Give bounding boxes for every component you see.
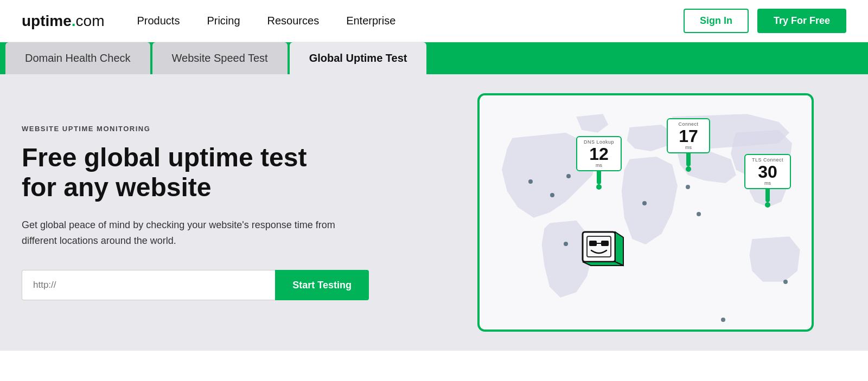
illustration-box: DNS Lookup 12 ms Connect 17 ms [477,93,814,332]
svg-rect-2 [587,236,611,257]
eyebrow-text: WEBSITE UPTIME MONITORING [22,125,391,133]
tls-badge: TLS Connect 30 ms [744,154,791,208]
dns-unit: ms [596,163,602,168]
url-input[interactable] [22,270,275,300]
tabs-section: Domain Health Check Website Speed Test G… [0,42,868,74]
main-content: WEBSITE UPTIME MONITORING Free global up… [0,74,868,351]
tls-unit: ms [764,180,771,186]
headline: Free global uptime test for any website [22,143,391,202]
dns-pin-dot [596,184,602,190]
uptime-robot-icon [577,221,626,270]
navbar-left: uptime.com Products Pricing Resources En… [22,12,395,30]
connect-pin-dot [686,166,691,172]
dns-value: 12 [589,145,609,163]
nav-item-products[interactable]: Products [137,15,180,27]
dns-lookup-badge: DNS Lookup 12 ms [576,136,622,190]
loc-dot-1 [528,179,533,184]
logo-uptime: uptime.com [22,12,104,30]
left-panel: WEBSITE UPTIME MONITORING Free global up… [0,74,423,351]
nav-item-enterprise[interactable]: Enterprise [346,15,395,27]
nav-links: Products Pricing Resources Enterprise [137,15,395,27]
loc-dot-2 [550,193,554,197]
navbar: uptime.com Products Pricing Resources En… [0,0,868,42]
loc-dot-7 [697,212,701,216]
connect-badge: Connect 17 ms [667,118,710,172]
loc-dot-8 [783,280,788,284]
right-panel: DNS Lookup 12 ms Connect 17 ms [423,74,868,351]
svg-rect-3 [589,241,597,246]
connect-pin-line [686,153,691,166]
tab-website-speed[interactable]: Website Speed Test [152,42,288,74]
tls-value: 30 [758,163,777,180]
tab-domain-health[interactable]: Domain Health Check [5,42,150,74]
svg-rect-4 [601,241,609,246]
input-row: Start Testing [22,270,369,300]
world-map-svg [480,95,812,330]
loc-dot-4 [564,242,568,246]
navbar-right: Sign In Try For Free [684,9,846,33]
loc-dot-3 [566,174,571,178]
try-free-button[interactable]: Try For Free [757,9,846,33]
connect-value: 17 [679,127,698,145]
logo[interactable]: uptime.com [22,12,104,30]
tls-pin-dot [765,202,770,208]
loc-dot-9 [721,318,725,322]
dns-pin-line [597,171,601,184]
signin-button[interactable]: Sign In [684,9,749,33]
start-testing-button[interactable]: Start Testing [275,270,369,300]
subtext: Get global peace of mind by checking you… [22,217,347,249]
loc-dot-6 [686,185,690,189]
connect-unit: ms [685,145,692,150]
loc-dot-5 [642,201,647,205]
tls-pin-line [765,189,770,202]
tab-global-uptime[interactable]: Global Uptime Test [290,42,427,74]
nav-item-pricing[interactable]: Pricing [207,15,240,27]
nav-item-resources[interactable]: Resources [267,15,320,27]
